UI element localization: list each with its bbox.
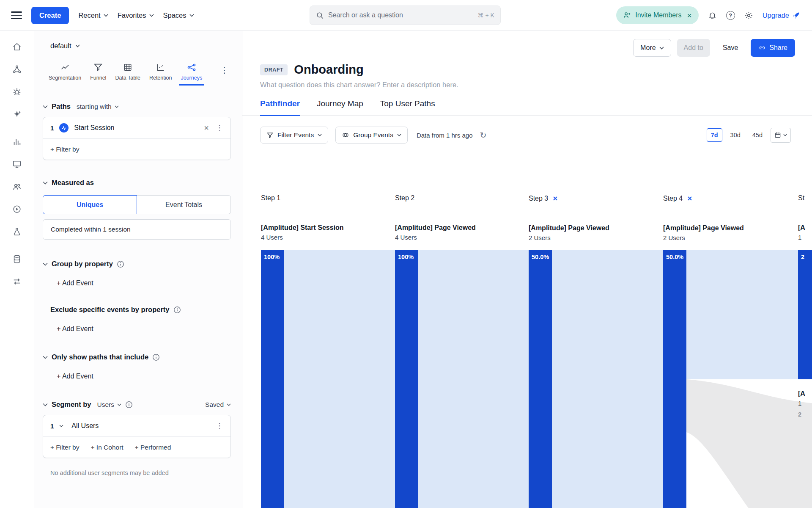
share-button[interactable]: Share [751,39,795,57]
upgrade-link[interactable]: Upgrade [763,11,800,19]
workspace-selector[interactable]: default [50,42,231,50]
segment-row[interactable]: 1 All Users ⋮ [43,415,230,436]
segment-entity-dropdown[interactable]: Users [97,401,121,409]
save-button[interactable]: Save [716,39,745,57]
node-bar-step4[interactable] [663,250,686,508]
nav-recent[interactable]: Recent [78,11,108,19]
tab-retention[interactable]: Retention [149,63,172,86]
data-icon[interactable] [12,254,22,264]
debugger-icon[interactable] [12,87,22,97]
node-info[interactable]: [Amplitude] Start Session 4 Users [261,224,388,241]
info-icon[interactable] [152,353,160,361]
flow-step2-step3[interactable] [418,250,529,508]
flow-step1-step2[interactable] [284,250,395,508]
flow-step3-step4[interactable] [552,250,663,508]
flow-step4-step5[interactable] [686,250,798,379]
event-totals-option[interactable]: Event Totals [137,195,231,214]
event-options-icon[interactable]: ⋮ [214,124,225,132]
range-7d[interactable]: 7d [707,128,722,142]
remove-step-icon[interactable]: × [553,194,557,202]
create-button[interactable]: Create [31,7,69,24]
info-icon[interactable] [125,401,133,409]
chevron-down-icon[interactable] [43,105,48,108]
node-step5-secondary[interactable]: [A 1 2 [798,390,805,418]
info-icon[interactable] [117,260,124,268]
more-chart-types-icon[interactable]: ⋮ [220,65,228,75]
tab-funnel[interactable]: Funnel [90,63,106,86]
group-by-title: Group by property [52,260,113,268]
session-replay-icon[interactable] [12,204,22,214]
segment-options-icon[interactable]: ⋮ [214,422,225,430]
only-show-add-event-button[interactable]: + Add Event [57,373,231,380]
remove-event-icon[interactable]: × [204,124,209,132]
chevron-down-icon[interactable] [43,356,48,359]
tab-pathfinder[interactable]: Pathfinder [260,99,300,116]
chevron-down-icon[interactable] [43,403,48,406]
chevron-down-icon[interactable] [59,425,63,427]
tab-journeys[interactable]: Journeys [181,63,202,86]
calendar-button[interactable] [771,128,791,143]
more-button[interactable]: More [633,39,671,57]
exclude-add-event-button[interactable]: + Add Event [57,325,231,333]
step-label: St [798,194,804,202]
tab-journey-map[interactable]: Journey Map [317,99,363,115]
search-input[interactable] [328,11,474,19]
node-info[interactable]: [Amplitude] Page Viewed 4 Users [395,224,522,241]
invite-dismiss-icon[interactable]: × [687,11,692,19]
home-icon[interactable] [12,42,22,52]
refresh-icon[interactable]: ↻ [480,130,486,140]
chart-description-placeholder[interactable]: What question does this chart answer? En… [260,81,812,89]
invite-members-button[interactable]: Invite Members × [616,6,698,24]
audiences-icon[interactable] [12,182,22,192]
chevron-down-icon[interactable] [43,262,48,266]
segment-filter-by-button[interactable]: + Filter by [50,444,79,451]
filter-events-button[interactable]: Filter Events [260,127,328,144]
node-info[interactable]: [Amplitude] Page Viewed 2 Users [529,224,656,241]
ai-sparkle-icon[interactable] [12,109,22,119]
settings-button[interactable] [744,11,753,20]
objects-icon[interactable] [12,64,22,75]
dashboards-icon[interactable] [12,159,22,169]
chevron-down-icon [117,403,121,406]
info-icon[interactable] [173,306,181,314]
tab-data-table[interactable]: Data Table [115,63,140,86]
nav-recent-label: Recent [78,11,100,19]
segment-in-cohort-button[interactable]: + In Cohort [91,444,123,451]
path-event-row[interactable]: 1 Start Session × ⋮ [43,117,230,138]
help-button[interactable]: ? [726,11,735,20]
flow-dropoff[interactable] [686,379,812,508]
node-pct: 2 [801,254,804,260]
range-30d[interactable]: 30d [727,129,744,141]
remove-step-icon[interactable]: × [687,194,692,202]
charts-icon[interactable] [12,137,22,147]
add-to-button[interactable]: Add to [677,39,710,57]
node-bar-step3[interactable] [529,250,552,508]
hamburger-menu-icon[interactable] [11,11,22,19]
range-45d[interactable]: 45d [749,129,766,141]
group-by-add-event-button[interactable]: + Add Event [57,279,231,287]
tab-top-user-paths[interactable]: Top User Paths [380,99,435,115]
tab-segmentation[interactable]: Segmentation [49,63,81,86]
chart-title[interactable]: Onboarding [294,63,363,77]
group-events-button[interactable]: Group Events [335,127,408,144]
completed-within-selector[interactable]: Completed within 1 session [43,219,231,240]
uniques-option[interactable]: Uniques [43,195,137,214]
paths-qualifier-dropdown[interactable]: starting with [77,103,119,110]
saved-segments-dropdown[interactable]: Saved [205,401,231,409]
node-bar-step5[interactable] [798,250,812,379]
nav-favorites[interactable]: Favorites [118,11,154,19]
integrations-icon[interactable] [12,276,22,287]
node-info[interactable]: [A 1 [798,224,812,241]
filter-by-button[interactable]: + Filter by [50,146,79,153]
experiments-icon[interactable] [12,226,22,237]
node-bar-step1[interactable] [261,250,284,508]
data-table-icon [123,63,132,72]
node-info[interactable]: [Amplitude] Page Viewed 2 Users [663,224,790,241]
chevron-down-icon [397,134,401,136]
segment-performed-button[interactable]: + Performed [135,444,171,451]
node-bar-step2[interactable] [395,250,418,508]
global-search[interactable]: ⌘ + K [310,6,501,25]
chevron-down-icon[interactable] [43,181,48,185]
notifications-button[interactable] [708,11,717,20]
nav-spaces[interactable]: Spaces [163,11,194,19]
